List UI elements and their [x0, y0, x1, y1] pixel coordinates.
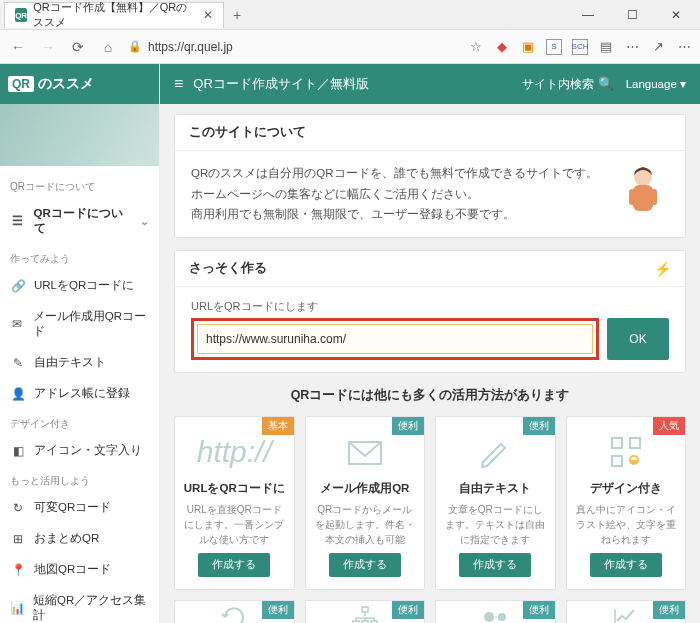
search-icon: 🔍 [598, 76, 614, 91]
tile-title: デザイン付き [575, 481, 678, 496]
ok-button[interactable]: OK [607, 318, 669, 360]
svg-rect-7 [612, 456, 622, 466]
nav-design-qr[interactable]: ◧ アイコン・文字入り [0, 435, 159, 466]
language-switcher[interactable]: Language ▾ [626, 77, 686, 91]
quick-title: さっそく作る [189, 260, 267, 277]
qr-design-icon [575, 431, 678, 473]
main-header: ≡ QRコード作成サイト／無料版 サイト内検索 🔍 Language ▾ [160, 64, 700, 104]
nav-label: 短縮QR／アクセス集計 [33, 593, 149, 623]
url-text: https://qr.quel.jp [148, 40, 233, 54]
tile-desc: URLを直接QRコードにします。一番シンプルな使い方です [183, 502, 286, 547]
create-button[interactable]: 作成する [590, 553, 662, 577]
pin-icon: 📍 [10, 563, 26, 577]
about-line-1: QRのススメは自分用のQRコードを、誰でも無料で作成できるサイトです。 [191, 163, 607, 184]
refresh-icon: ↻ [10, 501, 26, 515]
tile-row2-3[interactable]: 便利 [435, 600, 556, 623]
tile-row2-1[interactable]: 便利 [174, 600, 295, 623]
nav-label: 地図QRコード [34, 562, 111, 577]
nav-forward-button: → [38, 39, 58, 55]
nav-label: URLをQRコードに [34, 278, 134, 293]
ext-icon-4[interactable]: SCH [572, 39, 588, 55]
ext-icon-3[interactable]: S [546, 39, 562, 55]
ext-icon-2[interactable]: ▣ [520, 39, 536, 55]
android-apple-icon [480, 605, 510, 623]
nav-url-qr[interactable]: 🔗 URLをQRコードに [0, 270, 159, 301]
design-icon: ◧ [10, 444, 26, 458]
refresh-icon [219, 605, 249, 623]
about-line-3: 商用利用でも無制限・無期限で、ユーザー登録も不要です。 [191, 204, 607, 225]
tab-title: QRコード作成【無料】／QRのススメ [33, 0, 197, 30]
sidebar-nav: QRコードについて ☰ QRコードについて 作ってみよう 🔗 URLをQRコード… [0, 166, 159, 623]
nav-label: アドレス帳に登録 [34, 386, 130, 401]
share-icon[interactable]: ↗ [650, 39, 666, 55]
browser-tab[interactable]: QR QRコード作成【無料】／QRのススメ ✕ [4, 2, 224, 28]
nav-section-2: 作ってみよう [0, 244, 159, 270]
nav-section-4: もっと活用しよう [0, 466, 159, 492]
site-search-link[interactable]: サイト内検索 🔍 [522, 76, 613, 92]
tile-desc: QRコードからメールを起動します。件名・本文の挿入も可能 [314, 502, 417, 547]
nav-map-qr[interactable]: 📍 地図QRコード [0, 554, 159, 585]
nav-label: メール作成用QRコード [33, 309, 149, 339]
badge-useful: 便利 [653, 601, 685, 619]
tile-url[interactable]: 基本 http:// URLをQRコードに URLを直接QRコードにします。一番… [174, 416, 295, 590]
tile-row2-2[interactable]: 便利 [305, 600, 426, 623]
window-maximize-button[interactable]: ☐ [612, 2, 652, 28]
about-card: このサイトについて QRのススメは自分用のQRコードを、誰でも無料で作成できるサ… [174, 114, 686, 238]
new-tab-button[interactable]: + [224, 7, 250, 23]
nav-variable-qr[interactable]: ↻ 可変QRコード [0, 492, 159, 523]
tile-row2-4[interactable]: 便利 [566, 600, 687, 623]
site-logo[interactable]: QR のススメ [0, 64, 159, 104]
tile-title: URLをQRコードに [183, 481, 286, 496]
svg-rect-6 [630, 438, 640, 448]
tile-title: 自由テキスト [444, 481, 547, 496]
nav-back-button[interactable]: ← [8, 39, 28, 55]
page-title: QRコード作成サイト／無料版 [193, 75, 369, 93]
nav-section-3: デザイン付き [0, 409, 159, 435]
badge-useful: 便利 [262, 601, 294, 619]
nav-section-1: QRコードについて [0, 172, 159, 198]
tile-text[interactable]: 便利 自由テキスト 文章をQRコードにします。テキストは自由に指定できます 作成… [435, 416, 556, 590]
bolt-icon: ⚡ [654, 261, 671, 277]
menu-icon[interactable]: ⋯ [676, 39, 692, 55]
about-title: このサイトについて [175, 115, 685, 151]
about-line-2: ホームページへの集客などに幅広くご活用ください。 [191, 184, 607, 205]
svg-rect-1 [633, 185, 653, 211]
grid-icon: ⊞ [10, 532, 26, 546]
close-tab-icon[interactable]: ✕ [203, 8, 213, 22]
logo-mark: QR [8, 76, 34, 92]
tile-design[interactable]: 人気 デザイン付き 真ん中にアイコン・イラスト絵や、文字を重ねられます 作成する [566, 416, 687, 590]
nav-about-qr[interactable]: ☰ QRコードについて [0, 198, 159, 244]
quick-create-card: さっそく作る ⚡ URLをQRコードにします OK [174, 250, 686, 373]
chart-icon: 📊 [10, 601, 25, 615]
url-input[interactable] [197, 324, 593, 354]
nav-short-qr[interactable]: 📊 短縮QR／アクセス集計 [0, 585, 159, 623]
nav-home-button[interactable]: ⌂ [98, 39, 118, 55]
create-button[interactable]: 作成する [198, 553, 270, 577]
nav-reload-button[interactable]: ⟳ [68, 39, 88, 55]
tile-title: メール作成用QR [314, 481, 417, 496]
window-close-button[interactable]: ✕ [656, 2, 696, 28]
hero-image [0, 104, 159, 166]
woman-illustration [617, 163, 669, 219]
badge-basic: 基本 [262, 417, 294, 435]
pencil-icon [444, 431, 547, 473]
svg-rect-3 [651, 189, 657, 205]
nav-contact-qr[interactable]: 👤 アドレス帳に登録 [0, 378, 159, 409]
nav-label: アイコン・文字入り [34, 443, 142, 458]
ext-icon-5[interactable]: ⋯ [624, 39, 640, 55]
reading-icon[interactable]: ▤ [598, 39, 614, 55]
window-minimize-button[interactable]: — [568, 2, 608, 28]
url-input-highlight [191, 318, 599, 360]
svg-point-13 [484, 612, 494, 622]
nav-text-qr[interactable]: ✎ 自由テキスト [0, 347, 159, 378]
nav-batch-qr[interactable]: ⊞ おまとめQR [0, 523, 159, 554]
address-bar[interactable]: 🔒 https://qr.quel.jp [128, 40, 458, 54]
hamburger-icon[interactable]: ≡ [174, 75, 183, 93]
create-button[interactable]: 作成する [459, 553, 531, 577]
nav-mail-qr[interactable]: ✉ メール作成用QRコード [0, 301, 159, 347]
ext-icon-1[interactable]: ◆ [494, 39, 510, 55]
create-button[interactable]: 作成する [329, 553, 401, 577]
grid-title: QRコードには他にも多くの活用方法があります [174, 387, 686, 404]
star-icon[interactable]: ☆ [468, 39, 484, 55]
tile-mail[interactable]: 便利 メール作成用QR QRコードからメールを起動します。件名・本文の挿入も可能… [305, 416, 426, 590]
